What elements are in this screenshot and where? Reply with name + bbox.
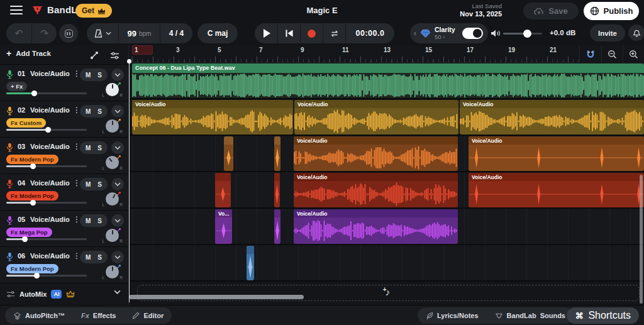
speaker-icon[interactable] xyxy=(491,29,501,38)
audio-clip[interactable] xyxy=(274,173,280,207)
notifications-button[interactable] xyxy=(628,25,644,41)
timeline-ruler[interactable]: 1357911131517192123 xyxy=(129,45,644,63)
track-collapse-button[interactable] xyxy=(111,141,124,154)
fx-preset-badge[interactable]: Fx Custom xyxy=(6,118,46,128)
solo-button[interactable]: S xyxy=(97,72,102,79)
fx-preset-badge[interactable]: Fx Modern Pop xyxy=(6,191,58,201)
drop-zone[interactable]: +♪ xyxy=(129,282,644,305)
mute-button[interactable]: M xyxy=(86,108,91,115)
pan-knob[interactable] xyxy=(106,229,119,242)
get-premium-button[interactable]: Get xyxy=(75,4,112,18)
looper-pads-button[interactable] xyxy=(59,24,78,43)
redo-button[interactable]: ↷ xyxy=(31,23,57,43)
solo-button[interactable]: S xyxy=(97,181,102,188)
publish-button[interactable]: Publish xyxy=(584,2,639,20)
loop-button[interactable] xyxy=(323,23,345,43)
solo-button[interactable]: S xyxy=(97,108,102,115)
pan-knob[interactable] xyxy=(106,119,119,133)
audio-clip[interactable] xyxy=(274,209,280,244)
mute-button[interactable]: M xyxy=(86,254,91,261)
track-row-02[interactable]: 02Voice/Audio⋮MSFx CustomLR xyxy=(0,101,128,138)
lyrics-notes-button[interactable]: Lyrics/Notes xyxy=(426,312,479,320)
audio-clip[interactable]: Voice/Audio xyxy=(294,100,458,135)
snap-magnet-button[interactable] xyxy=(580,45,601,63)
track-volume-slider[interactable] xyxy=(6,129,87,131)
time-display[interactable]: 00:00.0 xyxy=(345,23,394,43)
track-collapse-button[interactable] xyxy=(111,178,124,190)
add-track-button[interactable]: + Add Track xyxy=(6,48,51,58)
track-collapse-button[interactable] xyxy=(111,214,124,227)
chevron-down-icon[interactable] xyxy=(114,290,121,294)
project-title[interactable]: Magic E xyxy=(306,6,337,15)
solo-button[interactable]: S xyxy=(97,254,102,261)
effects-button[interactable]: Fx Effects xyxy=(81,312,116,319)
add-audio-button[interactable]: +♪ xyxy=(383,286,390,297)
rewind-button[interactable] xyxy=(277,23,300,43)
hamburger-menu-icon[interactable] xyxy=(10,6,23,15)
audio-clip[interactable]: Voice/Audio xyxy=(469,136,644,171)
audio-clip[interactable]: Voice/Audio xyxy=(294,209,458,244)
bandlab-sounds-button[interactable]: BandLab Sounds xyxy=(495,312,565,320)
undo-button[interactable]: ↶ xyxy=(6,23,31,43)
mute-button[interactable]: M xyxy=(86,218,91,224)
autopitch-button[interactable]: AutoPitch™ xyxy=(13,312,65,320)
fx-preset-badge[interactable]: + Fx xyxy=(6,82,27,91)
track-collapse-button[interactable] xyxy=(111,69,124,81)
track-row-01[interactable]: 01Voice/Audio⋮MS+ FxLR xyxy=(0,65,128,101)
fx-preset-badge[interactable]: Fx Modern Pop xyxy=(6,264,58,273)
zoom-in-button[interactable] xyxy=(623,45,644,63)
mute-button[interactable]: M xyxy=(86,145,91,151)
audio-clip[interactable]: Voice/Audio xyxy=(294,136,458,171)
track-row-03[interactable]: 03Voice/Audio⋮MSFx Modern PopLR xyxy=(0,138,128,174)
fx-preset-badge[interactable]: Fx Modern Pop xyxy=(6,155,58,164)
track-collapse-button[interactable] xyxy=(111,105,124,118)
pan-knob[interactable] xyxy=(106,265,119,278)
horizontal-scrollbar[interactable] xyxy=(129,295,304,299)
vertical-scrollbar[interactable] xyxy=(640,175,643,304)
clarity-control[interactable]: ‹ Clarity 50 › xyxy=(410,23,488,43)
patch-cable-button[interactable] xyxy=(87,48,102,63)
record-button[interactable] xyxy=(300,23,323,43)
track-volume-slider[interactable] xyxy=(6,165,87,167)
track-volume-slider[interactable] xyxy=(6,275,87,277)
audio-clip[interactable]: Voice/Audio xyxy=(460,100,644,135)
time-signature-control[interactable]: 4 / 4 xyxy=(160,23,192,43)
solo-button[interactable]: S xyxy=(97,145,102,151)
shortcuts-button[interactable]: ⌘ Shortcuts xyxy=(567,307,639,324)
audio-clip[interactable]: Voice/Audio xyxy=(294,173,458,207)
track-row-06[interactable]: 06Voice/Audio⋮MSFx Modern PopLR xyxy=(0,247,128,284)
track-volume-slider[interactable] xyxy=(6,202,87,204)
audio-clip[interactable] xyxy=(274,136,280,171)
audio-clip[interactable]: Voice/Audio xyxy=(469,173,644,207)
audio-clip[interactable]: Voice/Audio xyxy=(132,100,293,135)
fx-preset-badge[interactable]: Fx Mega Pop xyxy=(6,228,52,237)
track-volume-slider[interactable] xyxy=(6,238,87,240)
collapse-icon[interactable]: ‹ xyxy=(414,29,416,38)
pan-knob[interactable] xyxy=(106,156,119,169)
track-volume-slider[interactable] xyxy=(6,92,87,94)
pan-knob[interactable] xyxy=(106,83,119,96)
save-button[interactable]: Save xyxy=(523,3,579,19)
master-volume-slider[interactable] xyxy=(503,33,542,35)
audio-clip[interactable]: Concept 06 - Dua Lipa Type Beat.wav xyxy=(132,63,644,98)
play-button[interactable] xyxy=(255,23,277,43)
invite-button[interactable]: Invite xyxy=(590,25,625,41)
track-row-04[interactable]: 04Voice/Audio⋮MSFx Modern PopLR xyxy=(0,174,128,211)
solo-button[interactable]: S xyxy=(97,218,102,224)
audio-clip[interactable] xyxy=(215,173,231,207)
automix-row[interactable]: AutoMix AI xyxy=(0,284,128,305)
zoom-out-button[interactable] xyxy=(601,45,623,63)
mute-button[interactable]: M xyxy=(86,181,91,188)
key-control[interactable]: C maj xyxy=(197,23,238,43)
editor-button[interactable]: Editor xyxy=(132,312,164,319)
clarity-toggle[interactable] xyxy=(462,28,483,39)
track-row-05[interactable]: 05Voice/Audio⋮MSFx Mega PopLR xyxy=(0,211,128,247)
pan-knob[interactable] xyxy=(106,192,119,206)
audio-clip[interactable]: Vo... xyxy=(215,209,232,244)
mute-button[interactable]: M xyxy=(86,72,91,79)
bpm-control[interactable]: 99 bpm xyxy=(118,23,160,43)
metronome-button[interactable] xyxy=(87,23,118,43)
mixer-settings-button[interactable] xyxy=(107,48,122,63)
audio-clip[interactable] xyxy=(247,246,254,280)
audio-clip[interactable] xyxy=(224,136,233,171)
